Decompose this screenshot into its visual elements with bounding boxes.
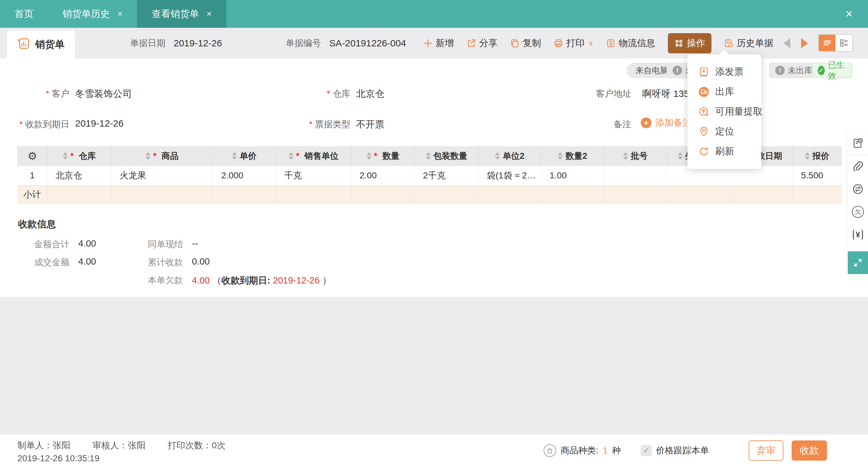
copy-icon (510, 38, 520, 48)
menu-item-available-extract[interactable]: 可用量提取 (687, 102, 761, 122)
tab-home[interactable]: 首页 (0, 0, 48, 28)
share-icon (466, 38, 476, 48)
menu-item-label: 可用量提取 (715, 105, 763, 118)
price-track-label: 价格跟踪本单 (656, 444, 709, 457)
column-header-product[interactable]: *商品 (112, 146, 213, 166)
column-header-unit2[interactable]: *单位2 (478, 146, 541, 166)
tab-view-sales-order[interactable]: 查看销货单 × (137, 0, 226, 28)
sort-icon (678, 152, 683, 160)
required-asterisk: * (296, 151, 300, 161)
stock-out-truck-icon (698, 86, 710, 98)
row-index-cell: 1 (18, 166, 48, 185)
column-header-quoted-price[interactable]: *报价 (793, 146, 841, 166)
menu-item-stock-out[interactable]: 出库 (687, 82, 761, 102)
price-yen-icon[interactable]: ¥ (848, 223, 868, 246)
column-header-quantity[interactable]: *数量 (351, 146, 415, 166)
print-button[interactable]: 打印 ∨ (554, 37, 593, 50)
table-settings-header[interactable]: ⚙ (18, 146, 48, 166)
copy-button[interactable]: 复制 (510, 37, 541, 50)
sort-icon (623, 152, 628, 160)
doc-date-value: 2019-12-26 (174, 38, 222, 49)
payment-info-title: 收款信息 (18, 218, 56, 231)
product-cell: 火龙果 (112, 166, 213, 185)
menu-item-locate[interactable]: 定位 (687, 122, 761, 142)
customer-value[interactable]: 冬雪装饰公司 (75, 88, 132, 100)
required-asterisk: * (70, 151, 74, 161)
view-mode-toggle (818, 34, 853, 52)
transfer-icon[interactable] (848, 178, 868, 200)
debt-due-label: 收款到期日: (222, 275, 271, 285)
auditor-value: 张阳 (128, 440, 146, 450)
add-new-button[interactable]: 新增 (424, 37, 454, 50)
footer-meta-line: 制单人：张阳 审核人：张阳 打印次数：0次 (18, 439, 226, 452)
plus-icon (424, 39, 432, 48)
customer-address-label: 客户地址 (575, 88, 631, 100)
subtotal-row: 小计 (18, 185, 841, 204)
print-count-label: 打印次数： (167, 440, 212, 450)
prev-record-icon[interactable] (783, 38, 790, 48)
list-view-button[interactable] (819, 35, 836, 51)
menu-item-add-invoice[interactable]: 添发票 (687, 62, 761, 82)
record-pager (783, 28, 808, 58)
deal-amount-value: 4.00 (78, 256, 96, 267)
doc-no-label: 单据编号 (286, 37, 321, 49)
expand-panel-button[interactable] (848, 251, 868, 274)
print-dropdown-chevron-icon[interactable]: ∨ (588, 39, 593, 48)
warehouse-value[interactable]: 北京仓 (356, 88, 384, 100)
tab-view-sales-order-close-icon[interactable]: × (207, 9, 212, 19)
sales-unit-cell: 千克 (276, 166, 351, 185)
add-remark-button[interactable]: + 添加备注 (641, 117, 692, 129)
logistics-button[interactable]: 物流信息 (606, 37, 655, 50)
tab-sales-history[interactable]: 销货单历史 × (48, 0, 137, 28)
plus-circle-icon: + (641, 118, 651, 128)
sku-count-group: 商品种类: 1 种 (544, 434, 621, 466)
unit2-cell: 袋(1袋 ≈ 2… (478, 166, 541, 185)
reject-audit-button[interactable]: 弃审 (749, 440, 783, 461)
share-button[interactable]: 分享 (466, 37, 497, 50)
sort-icon (146, 152, 151, 160)
sort-icon (63, 152, 68, 160)
required-asterisk: * (19, 119, 23, 129)
print-count-value: 0次 (212, 440, 226, 450)
doc-type-label: 销货单 (35, 38, 65, 51)
column-header-package-quantity[interactable]: *包装数量 (415, 146, 478, 166)
warehouse-cell: 北京仓 (48, 166, 112, 185)
column-header-sales-unit[interactable]: *销售单位 (276, 146, 351, 166)
list-view-icon (823, 38, 832, 48)
exclamation-icon: ! (775, 66, 785, 75)
column-header-unit-price[interactable]: *单价 (213, 146, 276, 166)
operate-button[interactable]: 操作 (668, 33, 711, 53)
created-datetime: 2019-12-26 10:35:19 (18, 454, 99, 464)
column-header-batch-no[interactable]: *批号 (604, 146, 667, 166)
effective-badge: ✓ 已生效 (812, 63, 852, 78)
logistics-label: 物流信息 (619, 37, 655, 50)
doc-type-tab[interactable]: 销货单 (7, 30, 75, 58)
sort-icon (232, 152, 237, 160)
next-record-icon[interactable] (801, 38, 808, 48)
price-track-group: ✓ 价格跟踪本单 (641, 434, 709, 466)
unit-price-cell: 2.000 (213, 166, 276, 185)
debt-amount: 4.00 (192, 275, 210, 285)
tab-sales-history-close-icon[interactable]: × (117, 9, 122, 19)
copy-label: 复制 (523, 37, 541, 50)
close-all-tabs-icon[interactable]: × (836, 0, 862, 28)
menu-item-refresh[interactable]: 刷新 (687, 142, 761, 161)
operate-grid-icon (674, 38, 684, 48)
batch-no-cell (604, 166, 667, 185)
column-header-warehouse[interactable]: *仓库 (48, 146, 112, 166)
debt-icon[interactable]: 欠 (848, 200, 868, 223)
column-header-quantity2[interactable]: *数量2 (541, 146, 604, 166)
sort-icon (426, 152, 431, 160)
invoice-type-value[interactable]: 不开票 (356, 118, 384, 131)
tab-sales-history-label: 销货单历史 (62, 7, 110, 21)
history-docs-button[interactable]: 历史单据 (724, 37, 773, 50)
receive-payment-button[interactable]: 收款 (792, 440, 827, 461)
attachment-paperclip-icon[interactable] (848, 155, 868, 178)
price-track-checkbox[interactable]: ✓ (641, 445, 651, 456)
detail-view-button[interactable] (836, 35, 852, 51)
sort-icon (558, 152, 563, 160)
due-date-value[interactable]: 2019-12-26 (75, 118, 123, 129)
doc-log-icon[interactable] (848, 132, 868, 155)
add-remark-label: 添加备注 (655, 117, 692, 129)
menu-item-label: 出库 (715, 85, 734, 98)
